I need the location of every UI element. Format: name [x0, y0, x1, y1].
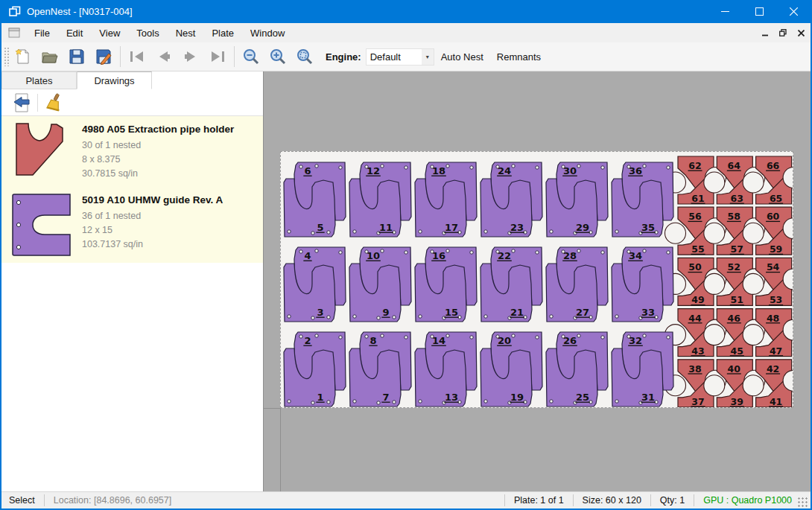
purple-part-pair[interactable]: 65: [284, 162, 346, 237]
resize-grip[interactable]: [798, 497, 808, 508]
mdi-close-icon: [798, 30, 805, 36]
part-number: 41: [770, 396, 782, 407]
auto-nest-button[interactable]: Auto Nest: [434, 48, 490, 66]
part-number: 39: [731, 396, 743, 407]
part-number: 59: [770, 243, 782, 255]
purple-part-pair[interactable]: 2019: [480, 332, 542, 407]
plate-guide-line: [264, 408, 280, 409]
close-button[interactable]: [776, 0, 811, 23]
purple-part-pair[interactable]: 2221: [480, 247, 542, 322]
open-button[interactable]: [37, 45, 63, 68]
part-number: 31: [641, 392, 655, 403]
window-title: OpenNest - [N0317-004]: [27, 6, 133, 17]
plate[interactable]: 6261646366655655585760595049525154534443…: [280, 151, 793, 408]
zoom-in-button[interactable]: [264, 45, 291, 68]
purple-part-pair[interactable]: 21: [284, 332, 346, 407]
purple-part-pair[interactable]: 3635: [612, 162, 673, 237]
drawing-thumbnail: [10, 122, 82, 181]
part-number: 25: [576, 392, 589, 403]
purple-part-pair[interactable]: 3231: [612, 332, 673, 407]
zoom-in-icon: [269, 48, 287, 66]
menu-nest[interactable]: Nest: [168, 25, 204, 42]
purple-part-pair[interactable]: 109: [349, 247, 411, 322]
last-plate-button[interactable]: [204, 45, 231, 68]
toolbar-separator: [234, 46, 235, 67]
drawings-toolbar: [1, 89, 263, 116]
engine-value: Default: [367, 51, 422, 63]
purple-part-pair[interactable]: 1615: [415, 247, 477, 322]
new-button[interactable]: [10, 45, 37, 68]
purple-part-pair[interactable]: 1817: [415, 162, 477, 237]
drawing-area: 103.7137 sq/in: [82, 238, 258, 252]
tab-plates[interactable]: Plates: [1, 71, 77, 89]
part-number: 40: [728, 363, 741, 374]
nest-canvas[interactable]: 6261646366655655585760595049525154534443…: [264, 71, 811, 491]
part-number: 7: [382, 392, 389, 403]
mdi-restore-button[interactable]: [775, 26, 791, 39]
part-number: 8: [369, 335, 376, 346]
part-number: 64: [728, 160, 741, 171]
purple-part-pair[interactable]: 87: [349, 332, 411, 407]
sidebar-tabstrip: Plates Drawings: [1, 71, 263, 89]
toolbar-grip[interactable]: [4, 47, 10, 66]
minimize-button[interactable]: [708, 0, 742, 23]
save-button[interactable]: [63, 45, 90, 68]
part-number: 14: [432, 335, 445, 346]
purple-part-pair[interactable]: 43: [284, 247, 346, 322]
toolbar-separator: [37, 94, 38, 112]
menu-edit[interactable]: Edit: [58, 25, 91, 42]
part-number: 66: [767, 160, 780, 171]
zoom-out-button[interactable]: [238, 45, 264, 68]
plate-guide-line: [280, 408, 281, 491]
purple-part-pair[interactable]: 3433: [612, 247, 673, 322]
part-number: 60: [767, 211, 780, 222]
drawing-area: 30.7815 sq/in: [82, 167, 258, 181]
engine-combobox[interactable]: Default ▾: [366, 48, 434, 66]
purple-part-pair[interactable]: 2625: [546, 332, 608, 407]
menu-file[interactable]: File: [26, 25, 58, 42]
drawing-item[interactable]: 5019 A10 UHMW guide Rev. A 36 of 1 neste…: [1, 187, 263, 263]
mode-status: Select: [1, 495, 38, 506]
menu-plate[interactable]: Plate: [203, 25, 242, 42]
clear-drawings-button[interactable]: [42, 92, 65, 113]
purple-part-pair[interactable]: 3029: [546, 162, 608, 237]
drawing-nested-count: 30 of 1 nested: [82, 138, 258, 153]
tab-drawings[interactable]: Drawings: [77, 71, 152, 89]
menu-view[interactable]: View: [91, 25, 128, 42]
drawing-item[interactable]: 4980 A05 Extraction pipe holder 30 of 1 …: [1, 116, 263, 187]
part-number: 37: [691, 396, 704, 407]
chevron-down-icon[interactable]: ▾: [422, 49, 434, 65]
mdi-minimize-button[interactable]: [757, 26, 773, 39]
next-plate-button[interactable]: [177, 45, 204, 68]
part-number: 47: [770, 345, 782, 357]
remnants-button[interactable]: Remnants: [490, 48, 548, 66]
part-number: 17: [445, 222, 458, 233]
status-bar: Select Location: [84.8696, 60.6957] Plat…: [1, 491, 811, 509]
import-drawing-button[interactable]: [10, 92, 33, 113]
purple-part-pair[interactable]: 2423: [480, 162, 542, 237]
menu-window[interactable]: Window: [242, 25, 293, 42]
part-number: 24: [498, 165, 511, 176]
part-number: 6: [304, 165, 311, 176]
maximize-button[interactable]: [742, 0, 776, 23]
purple-part-pair[interactable]: 1413: [415, 332, 477, 407]
part-number: 32: [629, 335, 642, 346]
previous-plate-button[interactable]: [150, 45, 177, 68]
part-number: 45: [731, 345, 743, 357]
app-window: OpenNest - [N0317-004] File Edit View To…: [0, 0, 812, 510]
next-arrow-icon: [183, 49, 199, 64]
part-number: 52: [728, 261, 740, 272]
engine-label: Engine:: [326, 51, 361, 63]
purple-part-pair[interactable]: 2827: [546, 247, 608, 322]
purple-part-pair[interactable]: 1211: [349, 162, 411, 237]
part-number: 20: [498, 335, 511, 346]
zoom-out-icon: [242, 48, 260, 66]
save-as-button[interactable]: [90, 45, 117, 68]
menu-tools[interactable]: Tools: [128, 25, 167, 42]
first-plate-button[interactable]: [124, 45, 150, 68]
drawing-title: 5019 A10 UHMW guide Rev. A: [82, 194, 258, 205]
mdi-close-button[interactable]: [793, 26, 809, 39]
part-number: 48: [767, 313, 779, 324]
broom-icon: [45, 93, 63, 112]
zoom-extents-button[interactable]: [291, 45, 318, 68]
